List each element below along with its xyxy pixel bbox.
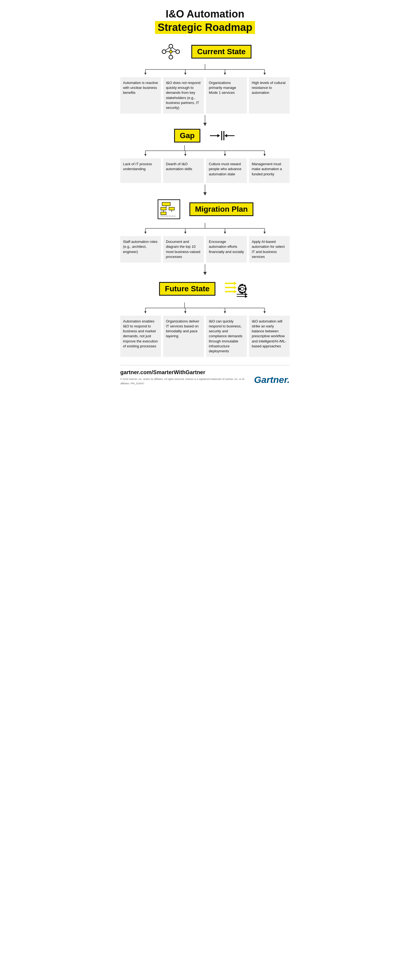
svg-marker-20: [264, 73, 266, 75]
gartner-logo: Gartner.: [254, 374, 290, 385]
footer-copyright: © 2018 Gartner, Inc. and/or its affiliat…: [120, 378, 244, 385]
arrow-to-future: [120, 264, 290, 275]
svg-rect-73: [239, 288, 241, 290]
migration-card-1: Staff automation roles (e.g., architect,…: [120, 236, 161, 262]
future-card-2: Organizations deliver IT services based …: [163, 316, 204, 357]
gap-card-1: Lack of IT process understanding: [120, 158, 161, 183]
svg-marker-53: [144, 232, 146, 234]
svg-rect-44: [161, 207, 166, 210]
svg-line-9: [165, 48, 170, 50]
future-gear-icon: [224, 278, 251, 300]
title-line1: I&O Automation: [120, 8, 290, 20]
future-state-cards: Automation enables I&O to respond to bus…: [120, 316, 290, 357]
migration-card-3: Encourage automation efforts financially…: [206, 236, 247, 262]
page: I&O Automation Strategic Roadmap: [115, 0, 295, 391]
title-line2: Strategic Roadmap: [155, 21, 255, 34]
compress-icon: [208, 129, 236, 143]
gap-card-2: Dearth of I&O automation skills: [163, 158, 204, 183]
svg-rect-45: [169, 207, 175, 210]
svg-marker-85: [144, 311, 146, 313]
network-icon: [159, 42, 183, 61]
footer-url: gartner.com/SmarterWithGartner: [120, 369, 254, 375]
svg-line-10: [172, 48, 176, 50]
svg-marker-79: [245, 293, 248, 296]
svg-marker-18: [224, 73, 226, 75]
migration-card-2: Document and diagram the top 10 most bus…: [163, 236, 204, 262]
svg-marker-91: [264, 311, 266, 313]
gap-branch: [120, 145, 290, 156]
future-state-header: Future State: [120, 278, 290, 300]
svg-marker-38: [264, 154, 266, 156]
future-card-4: I&O automation will strike an early bala…: [249, 316, 290, 357]
svg-point-1: [169, 44, 173, 48]
svg-point-69: [240, 287, 244, 291]
svg-marker-81: [245, 295, 248, 298]
svg-rect-42: [162, 202, 170, 206]
svg-point-2: [176, 50, 180, 54]
current-state-section: Current State Automation is rea: [120, 42, 290, 126]
migration-header: Migration Plan: [120, 198, 290, 220]
svg-point-3: [169, 55, 173, 59]
future-card-1: Automation enables I&O to respond to bus…: [120, 316, 161, 357]
migration-label: Migration Plan: [189, 202, 254, 216]
current-card-1: Automation is reactive with unclear busi…: [120, 77, 161, 113]
future-state-section: Future State: [120, 278, 290, 357]
svg-rect-48: [161, 212, 166, 215]
svg-marker-28: [224, 134, 227, 137]
svg-rect-72: [245, 288, 246, 290]
current-state-branch: [120, 64, 290, 75]
gap-card-4: Management must make automation a funded…: [249, 158, 290, 183]
svg-marker-61: [203, 272, 207, 275]
migration-icon: [157, 198, 181, 220]
svg-marker-22: [203, 123, 207, 126]
svg-marker-57: [224, 232, 226, 234]
arrow-to-migration: [120, 185, 290, 196]
gap-section: Gap: [120, 129, 290, 196]
current-card-2: I&O does not respond quickly enough to d…: [163, 77, 204, 113]
svg-marker-89: [224, 311, 226, 313]
svg-marker-16: [184, 73, 186, 75]
svg-marker-63: [234, 282, 237, 285]
title-section: I&O Automation Strategic Roadmap: [120, 8, 290, 34]
migration-cards: Staff automation roles (e.g., architect,…: [120, 236, 290, 262]
current-card-4: High levels of cultural resistance to au…: [249, 77, 290, 113]
current-card-3: Organizations primarily manage Mode 1 se…: [206, 77, 247, 113]
svg-point-4: [170, 50, 172, 53]
migration-card-4: Apply AI-based automation for select IT …: [249, 236, 290, 262]
migration-branch: [120, 223, 290, 234]
svg-marker-59: [264, 232, 266, 234]
footer-left: gartner.com/SmarterWithGartner © 2018 Ga…: [120, 369, 254, 385]
svg-marker-87: [184, 311, 186, 313]
svg-marker-24: [217, 134, 220, 137]
gap-label: Gap: [174, 129, 200, 143]
svg-marker-36: [224, 154, 226, 156]
footer: gartner.com/SmarterWithGartner © 2018 Ga…: [120, 365, 290, 385]
current-state-cards: Automation is reactive with unclear busi…: [120, 77, 290, 113]
future-branch: [120, 302, 290, 313]
svg-marker-32: [144, 154, 146, 156]
svg-marker-14: [144, 73, 146, 75]
gap-cards: Lack of IT process understanding Dearth …: [120, 158, 290, 183]
svg-marker-65: [234, 286, 237, 289]
current-state-header: Current State: [120, 42, 290, 61]
svg-marker-55: [184, 232, 186, 234]
gap-card-3: Culture must reward people who advance a…: [206, 158, 247, 183]
svg-marker-34: [184, 154, 186, 156]
migration-section: Migration Plan Staff automation roles (e…: [120, 198, 290, 275]
future-card-3: I&O can quickly respond to business, sec…: [206, 316, 247, 357]
svg-marker-40: [203, 192, 207, 196]
gap-header: Gap: [120, 129, 290, 143]
future-state-label: Future State: [159, 282, 215, 296]
arrow-to-gap: [120, 115, 290, 126]
svg-marker-67: [234, 290, 237, 293]
current-state-label: Current State: [191, 45, 251, 59]
svg-point-0: [162, 50, 166, 54]
